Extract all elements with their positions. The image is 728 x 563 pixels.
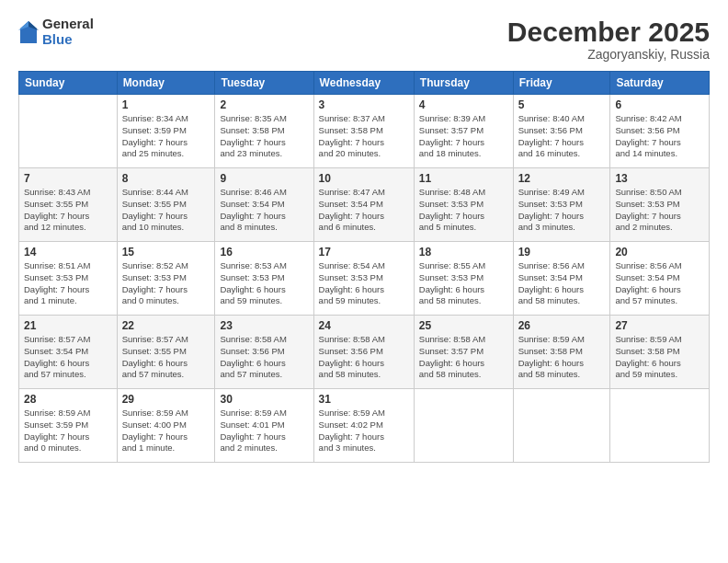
- title-block: December 2025 Zagoryanskiy, Russia: [507, 17, 710, 62]
- day-number: 13: [615, 172, 704, 185]
- day-info: Sunrise: 8:56 AM Sunset: 3:54 PM Dayligh…: [615, 260, 704, 307]
- day-number: 10: [319, 172, 409, 185]
- table-row: [610, 389, 710, 463]
- table-row: 6Sunrise: 8:42 AM Sunset: 3:56 PM Daylig…: [610, 95, 710, 168]
- day-info: Sunrise: 8:55 AM Sunset: 3:53 PM Dayligh…: [419, 260, 508, 307]
- day-number: 3: [319, 98, 409, 111]
- day-info: Sunrise: 8:59 AM Sunset: 3:58 PM Dayligh…: [615, 334, 704, 381]
- day-info: Sunrise: 8:42 AM Sunset: 3:56 PM Dayligh…: [615, 113, 704, 160]
- day-number: 25: [419, 319, 508, 332]
- logo-icon: [18, 19, 39, 45]
- table-row: [513, 389, 610, 463]
- day-info: Sunrise: 8:57 AM Sunset: 3:55 PM Dayligh…: [122, 334, 210, 381]
- location-subtitle: Zagoryanskiy, Russia: [507, 47, 710, 62]
- day-info: Sunrise: 8:53 AM Sunset: 3:53 PM Dayligh…: [220, 260, 308, 307]
- page: General Blue December 2025 Zagoryanskiy,…: [0, 0, 728, 563]
- table-row: 7Sunrise: 8:43 AM Sunset: 3:55 PM Daylig…: [19, 168, 118, 242]
- day-number: 12: [518, 172, 606, 185]
- day-info: Sunrise: 8:54 AM Sunset: 3:53 PM Dayligh…: [319, 260, 409, 307]
- table-row: 24Sunrise: 8:58 AM Sunset: 3:56 PM Dayli…: [313, 316, 414, 389]
- day-number: 29: [122, 393, 210, 406]
- table-row: 9Sunrise: 8:46 AM Sunset: 3:54 PM Daylig…: [215, 168, 313, 242]
- table-row: 13Sunrise: 8:50 AM Sunset: 3:53 PM Dayli…: [610, 168, 710, 242]
- calendar-week-row: 7Sunrise: 8:43 AM Sunset: 3:55 PM Daylig…: [19, 168, 710, 242]
- day-number: 9: [220, 172, 308, 185]
- table-row: 5Sunrise: 8:40 AM Sunset: 3:56 PM Daylig…: [513, 95, 610, 168]
- col-thursday: Thursday: [414, 72, 513, 95]
- table-row: 10Sunrise: 8:47 AM Sunset: 3:54 PM Dayli…: [313, 168, 414, 242]
- col-wednesday: Wednesday: [313, 72, 414, 95]
- day-number: 5: [518, 98, 606, 111]
- col-monday: Monday: [117, 72, 215, 95]
- day-info: Sunrise: 8:58 AM Sunset: 3:56 PM Dayligh…: [319, 334, 409, 381]
- day-info: Sunrise: 8:58 AM Sunset: 3:57 PM Dayligh…: [419, 334, 508, 381]
- table-row: 28Sunrise: 8:59 AM Sunset: 3:59 PM Dayli…: [19, 389, 118, 463]
- table-row: 23Sunrise: 8:58 AM Sunset: 3:56 PM Dayli…: [215, 316, 313, 389]
- table-row: 21Sunrise: 8:57 AM Sunset: 3:54 PM Dayli…: [19, 316, 118, 389]
- day-number: 31: [319, 393, 409, 406]
- day-info: Sunrise: 8:59 AM Sunset: 4:01 PM Dayligh…: [220, 408, 308, 454]
- day-info: Sunrise: 8:49 AM Sunset: 3:53 PM Dayligh…: [518, 187, 606, 234]
- day-number: 17: [319, 246, 409, 259]
- day-number: 14: [24, 246, 112, 259]
- day-info: Sunrise: 8:43 AM Sunset: 3:55 PM Dayligh…: [24, 187, 112, 234]
- day-number: 20: [615, 246, 704, 259]
- table-row: 18Sunrise: 8:55 AM Sunset: 3:53 PM Dayli…: [414, 242, 513, 316]
- day-number: 8: [122, 172, 210, 185]
- day-number: 27: [615, 319, 704, 332]
- day-number: 23: [220, 319, 308, 332]
- table-row: 2Sunrise: 8:35 AM Sunset: 3:58 PM Daylig…: [215, 95, 313, 168]
- day-number: 30: [220, 393, 308, 406]
- calendar-week-row: 28Sunrise: 8:59 AM Sunset: 3:59 PM Dayli…: [19, 389, 710, 463]
- day-info: Sunrise: 8:57 AM Sunset: 3:54 PM Dayligh…: [24, 334, 112, 381]
- day-info: Sunrise: 8:51 AM Sunset: 3:53 PM Dayligh…: [24, 260, 112, 307]
- day-info: Sunrise: 8:46 AM Sunset: 3:54 PM Dayligh…: [220, 187, 308, 234]
- table-row: 20Sunrise: 8:56 AM Sunset: 3:54 PM Dayli…: [610, 242, 710, 316]
- calendar-week-row: 21Sunrise: 8:57 AM Sunset: 3:54 PM Dayli…: [19, 316, 710, 389]
- table-row: 12Sunrise: 8:49 AM Sunset: 3:53 PM Dayli…: [513, 168, 610, 242]
- day-info: Sunrise: 8:59 AM Sunset: 4:02 PM Dayligh…: [319, 408, 409, 454]
- calendar-table: Sunday Monday Tuesday Wednesday Thursday…: [18, 71, 710, 463]
- table-row: 17Sunrise: 8:54 AM Sunset: 3:53 PM Dayli…: [313, 242, 414, 316]
- table-row: 27Sunrise: 8:59 AM Sunset: 3:58 PM Dayli…: [610, 316, 710, 389]
- table-row: 31Sunrise: 8:59 AM Sunset: 4:02 PM Dayli…: [313, 389, 414, 463]
- table-row: 30Sunrise: 8:59 AM Sunset: 4:01 PM Dayli…: [215, 389, 313, 463]
- day-number: 15: [122, 246, 210, 259]
- day-number: 24: [319, 319, 409, 332]
- day-number: 16: [220, 246, 308, 259]
- table-row: 29Sunrise: 8:59 AM Sunset: 4:00 PM Dayli…: [117, 389, 215, 463]
- day-info: Sunrise: 8:34 AM Sunset: 3:59 PM Dayligh…: [122, 113, 210, 160]
- calendar-header-row: Sunday Monday Tuesday Wednesday Thursday…: [19, 72, 710, 95]
- table-row: 19Sunrise: 8:56 AM Sunset: 3:54 PM Dayli…: [513, 242, 610, 316]
- day-number: 22: [122, 319, 210, 332]
- day-number: 2: [220, 98, 308, 111]
- day-info: Sunrise: 8:59 AM Sunset: 3:58 PM Dayligh…: [518, 334, 606, 381]
- day-info: Sunrise: 8:37 AM Sunset: 3:58 PM Dayligh…: [319, 113, 409, 160]
- table-row: 14Sunrise: 8:51 AM Sunset: 3:53 PM Dayli…: [19, 242, 118, 316]
- col-tuesday: Tuesday: [215, 72, 313, 95]
- day-number: 7: [24, 172, 112, 185]
- calendar-week-row: 14Sunrise: 8:51 AM Sunset: 3:53 PM Dayli…: [19, 242, 710, 316]
- day-number: 19: [518, 246, 606, 259]
- day-info: Sunrise: 8:52 AM Sunset: 3:53 PM Dayligh…: [122, 260, 210, 307]
- logo-text: General Blue: [42, 17, 94, 47]
- day-info: Sunrise: 8:47 AM Sunset: 3:54 PM Dayligh…: [319, 187, 409, 234]
- table-row: 1Sunrise: 8:34 AM Sunset: 3:59 PM Daylig…: [117, 95, 215, 168]
- table-row: 15Sunrise: 8:52 AM Sunset: 3:53 PM Dayli…: [117, 242, 215, 316]
- day-info: Sunrise: 8:44 AM Sunset: 3:55 PM Dayligh…: [122, 187, 210, 234]
- table-row: 22Sunrise: 8:57 AM Sunset: 3:55 PM Dayli…: [117, 316, 215, 389]
- header: General Blue December 2025 Zagoryanskiy,…: [18, 17, 710, 62]
- day-info: Sunrise: 8:58 AM Sunset: 3:56 PM Dayligh…: [220, 334, 308, 381]
- day-info: Sunrise: 8:56 AM Sunset: 3:54 PM Dayligh…: [518, 260, 606, 307]
- day-info: Sunrise: 8:48 AM Sunset: 3:53 PM Dayligh…: [419, 187, 508, 234]
- day-info: Sunrise: 8:40 AM Sunset: 3:56 PM Dayligh…: [518, 113, 606, 160]
- day-info: Sunrise: 8:59 AM Sunset: 3:59 PM Dayligh…: [24, 408, 112, 454]
- table-row: 25Sunrise: 8:58 AM Sunset: 3:57 PM Dayli…: [414, 316, 513, 389]
- table-row: 11Sunrise: 8:48 AM Sunset: 3:53 PM Dayli…: [414, 168, 513, 242]
- day-number: 28: [24, 393, 112, 406]
- day-info: Sunrise: 8:50 AM Sunset: 3:53 PM Dayligh…: [615, 187, 704, 234]
- logo-blue: Blue: [42, 32, 94, 48]
- logo: General Blue: [18, 17, 94, 47]
- day-number: 1: [122, 98, 210, 111]
- day-number: 11: [419, 172, 508, 185]
